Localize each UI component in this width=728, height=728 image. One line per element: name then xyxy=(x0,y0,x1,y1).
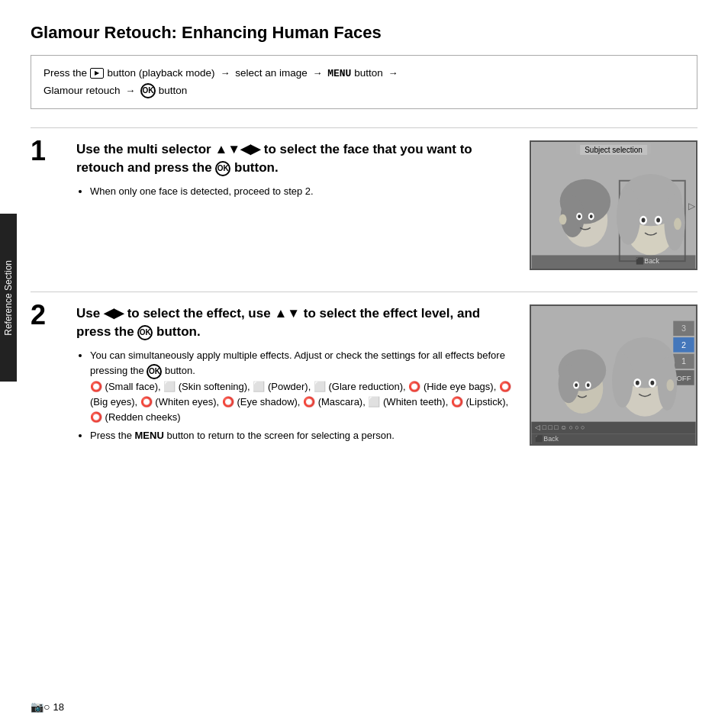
menu-label: MENU xyxy=(327,68,351,79)
svg-point-9 xyxy=(559,214,567,224)
step2-number: 2 xyxy=(31,301,67,329)
ok-icon-1: OK xyxy=(215,161,230,176)
step1-number: 1 xyxy=(31,137,67,165)
nav-box: Press the button (playback mode) → selec… xyxy=(31,55,697,109)
page-footer: 📷○ 18 xyxy=(31,701,64,713)
step1-screen-label: Subject selection xyxy=(580,145,647,155)
menu-label-2: MENU xyxy=(135,430,164,441)
step1-section: 1 Use the multi selector ▲▼◀▶ to select … xyxy=(31,127,697,270)
step1-bullet1: When only one face is detected, proceed … xyxy=(90,184,514,199)
svg-point-14 xyxy=(617,188,640,244)
step1-content: Use the multi selector ▲▼◀▶ to select th… xyxy=(76,140,514,202)
ok-icon-2: OK xyxy=(137,325,153,340)
svg-text:⬛Back: ⬛Back xyxy=(535,434,559,443)
step2-content: Use ◀▶ to select the effect, use ▲▼ to s… xyxy=(76,304,514,447)
playback-icon xyxy=(90,68,104,79)
svg-text:▷: ▷ xyxy=(688,200,696,210)
svg-text:2: 2 xyxy=(681,340,686,349)
svg-text:⬛Back: ⬛Back xyxy=(636,256,659,266)
arrows-ud: ▲▼ xyxy=(274,306,300,321)
step1-screen: Subject selection xyxy=(530,140,697,270)
svg-rect-21 xyxy=(532,255,696,269)
svg-point-18 xyxy=(656,217,660,222)
svg-text:OFF: OFF xyxy=(676,373,691,382)
arrows-lr: ◀▶ xyxy=(104,306,124,321)
footer-camera-icon: 📷○ xyxy=(31,701,50,713)
svg-text:3: 3 xyxy=(681,324,686,333)
svg-point-38 xyxy=(587,383,590,387)
step1-bullets: When only one face is detected, proceed … xyxy=(76,184,514,199)
svg-point-47 xyxy=(666,378,674,391)
svg-point-16 xyxy=(642,217,646,222)
svg-point-6 xyxy=(578,214,581,218)
step2-bullet1: You can simultaneously apply multiple ef… xyxy=(90,348,514,425)
step2-section: 2 Use ◀▶ to select the effect, use ▲▼ to… xyxy=(31,292,697,447)
svg-point-42 xyxy=(612,353,633,407)
svg-point-44 xyxy=(636,380,639,385)
step2-bullet2: Press the MENU button to return to the s… xyxy=(90,428,514,443)
step2-screen: Small face 3 2 1 OFF xyxy=(530,304,697,446)
svg-point-46 xyxy=(650,380,654,385)
step1-text: Use the multi selector ▲▼◀▶ to select th… xyxy=(76,140,514,178)
page-number: 18 xyxy=(53,701,63,713)
arrows-1: ▲▼◀▶ xyxy=(214,142,260,156)
svg-point-36 xyxy=(575,383,578,387)
svg-point-19 xyxy=(674,217,681,230)
svg-point-8 xyxy=(590,214,593,218)
step2-text: Use ◀▶ to select the effect, use ▲▼ to s… xyxy=(76,304,514,342)
sidebar-label: Reference Section xyxy=(0,257,17,339)
step2-image: Small face 3 2 1 OFF xyxy=(530,304,697,446)
svg-text:1: 1 xyxy=(681,356,686,366)
step2-bullets: You can simultaneously apply multiple ef… xyxy=(76,348,514,443)
sidebar: Reference Section xyxy=(0,214,17,382)
ok-icon-3: OK xyxy=(147,364,162,379)
step1-image: Subject selection xyxy=(530,140,697,270)
svg-text:◁ □ □ □ ☺ ○ ○ ○: ◁ □ □ □ ☺ ○ ○ ○ xyxy=(535,424,585,431)
ok-icon-nav: OK xyxy=(140,83,156,98)
page-title: Glamour Retouch: Enhancing Human Faces xyxy=(31,23,697,43)
